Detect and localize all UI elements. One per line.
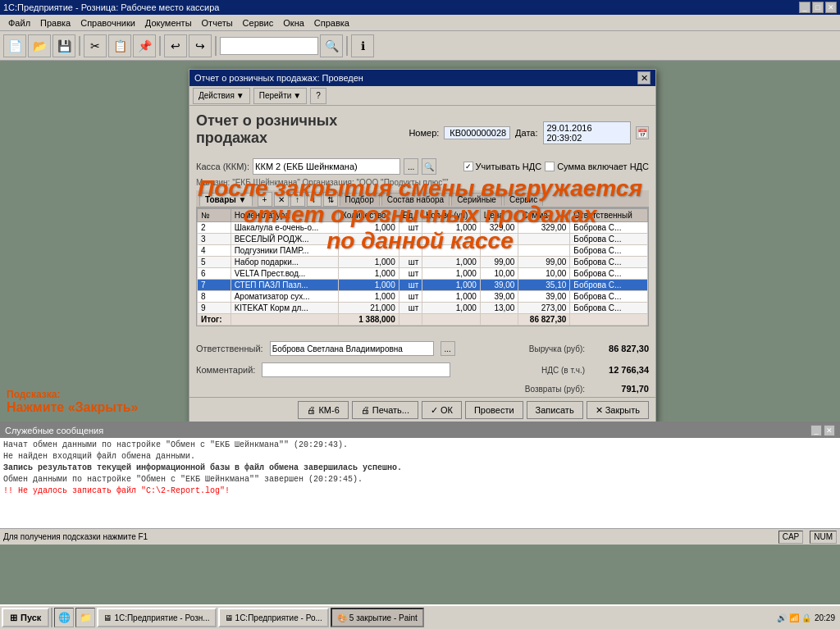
provesti-label: Провести — [474, 405, 514, 415]
help-button[interactable]: ? — [310, 88, 326, 104]
menu-bar: Файл Правка Справочники Документы Отчеты… — [0, 15, 840, 31]
products-table: № Номенклатура Количество Ед. Кол-во (уп… — [197, 208, 648, 326]
print-button[interactable]: 🖨 Печать... — [352, 401, 418, 419]
undo-button[interactable]: ↩ — [164, 34, 187, 57]
table-row[interactable]: 2Шакалула е-очень-о...1,000шт1,000329,00… — [198, 222, 648, 234]
zapisat-label: Записать — [536, 405, 574, 415]
number-value: КВ000000028 — [444, 126, 510, 139]
separator-4 — [346, 36, 348, 56]
actions-chevron: ▼ — [236, 91, 244, 100]
taskbar-icon-explorer[interactable]: 📁 — [75, 608, 95, 627]
move-up-button[interactable]: ↑ — [290, 192, 305, 207]
table-cell: шт — [399, 257, 422, 268]
table-cell: 99,00 — [518, 257, 570, 268]
date-picker-button[interactable]: 📅 — [636, 126, 649, 139]
sort-button[interactable]: ⇅ — [323, 192, 338, 207]
table-row[interactable]: 3ВЕСЕЛЫЙ РОДЖ...Боброва С... — [198, 234, 648, 245]
table-cell: шт — [399, 268, 422, 280]
search-button[interactable]: 🔍 — [320, 34, 343, 57]
col-num: № — [198, 209, 231, 222]
table-row[interactable]: 6VELTA Прест.вод...1,000шт1,00010,0010,0… — [198, 268, 648, 280]
table-row[interactable]: 8Ароматизатор сух...1,000шт1,00039,0039,… — [198, 291, 648, 303]
date-value[interactable]: 29.01.2016 20:39:02 — [543, 121, 632, 144]
service-content[interactable]: Начат обмен данными по настройке "Обмен … — [0, 438, 840, 528]
service-messages: Служебные сообщения _ ✕ Начат обмен данн… — [0, 422, 840, 528]
menu-refs[interactable]: Справочники — [75, 17, 140, 29]
taskbar-item-2[interactable]: 🖥 1С:Предприятие - Ро... — [218, 608, 329, 627]
menu-file[interactable]: Файл — [3, 17, 35, 29]
otv-browse-button[interactable]: ... — [441, 341, 455, 356]
minimize-button[interactable]: _ — [799, 2, 810, 13]
table-total-row: Итог:1 388,00086 827,30 — [198, 314, 648, 326]
redo-button[interactable]: ↪ — [189, 34, 212, 57]
info-button[interactable]: ℹ — [351, 34, 374, 57]
ok-button[interactable]: ✓ ОК — [422, 401, 462, 419]
service-close[interactable]: ✕ — [824, 425, 835, 436]
tab-podbor[interactable]: Подбор — [340, 193, 380, 206]
menu-edit[interactable]: Правка — [35, 17, 75, 29]
tab-servis[interactable]: Сервис — [504, 193, 543, 206]
service-minimize[interactable]: _ — [810, 425, 822, 436]
tab-seriynye[interactable]: Серийные — [451, 193, 502, 206]
table-row[interactable]: 4Подгузники ПАМР...Боброва С... — [198, 245, 648, 257]
table-row[interactable]: 5Набор подарки...1,000шт1,00099,0099,00Б… — [198, 257, 648, 268]
menu-help[interactable]: Справка — [309, 17, 354, 29]
zakryt-button[interactable]: ✕ Закрыть — [587, 401, 649, 419]
tab-tovary[interactable]: Товары ▼ — [199, 193, 253, 206]
menu-docs[interactable]: Документы — [140, 17, 197, 29]
paste-button[interactable]: 📌 — [133, 34, 156, 57]
nds-sum-checkbox[interactable] — [545, 162, 555, 171]
taskbar-icon-ie[interactable]: 🌐 — [54, 608, 74, 627]
save-button[interactable]: 💾 — [52, 34, 75, 57]
start-button[interactable]: ⊞ Пуск — [2, 608, 49, 627]
table-cell: 39,00 — [518, 291, 570, 303]
dialog-close-button[interactable]: ✕ — [637, 71, 651, 84]
number-label: Номер: — [409, 128, 439, 138]
kassa-search-button[interactable]: 🔍 — [422, 158, 436, 175]
close-app-button[interactable]: ✕ — [825, 2, 837, 13]
zapisat-button[interactable]: Записать — [527, 401, 583, 419]
menu-reports[interactable]: Отчеты — [197, 17, 238, 29]
table-cell: Боброва С... — [570, 280, 648, 291]
km6-button[interactable]: 🖨 КМ-6 — [298, 401, 348, 419]
table-scroll[interactable]: № Номенклатура Количество Ед. Кол-во (уп… — [197, 208, 648, 326]
separator-2 — [159, 36, 161, 56]
taskbar-item-1[interactable]: 🖥 1С:Предприятие - Розн... — [97, 608, 216, 627]
table-row[interactable]: 7СТЕП ПАЗЛ Пазл...1,000шт1,00039,0035,10… — [198, 280, 648, 291]
table-cell — [518, 234, 570, 245]
print-label: Печать... — [372, 405, 409, 415]
kassa-input[interactable] — [253, 158, 400, 175]
remove-row-button[interactable]: ✕ — [274, 192, 289, 207]
tab-sostav[interactable]: Состав набора — [381, 193, 450, 206]
toolbar-combo[interactable] — [220, 37, 318, 55]
table-cell: шт — [399, 222, 422, 234]
comment-input[interactable] — [262, 362, 450, 377]
provesti-button[interactable]: Провести — [465, 401, 523, 419]
table-cell: 35,10 — [518, 280, 570, 291]
add-row-button[interactable]: + — [258, 192, 272, 207]
kassa-browse-button[interactable]: ... — [404, 158, 418, 175]
move-down-button[interactable]: ↓ — [307, 192, 322, 207]
table-cell: 273,00 — [518, 303, 570, 314]
copy-button[interactable]: 📋 — [108, 34, 131, 57]
cut-button[interactable]: ✂ — [84, 34, 107, 57]
taskbar-item-3[interactable]: 🎨 5 закрытие - Paint — [331, 608, 424, 627]
maximize-button[interactable]: □ — [812, 2, 824, 13]
menu-windows[interactable]: Окна — [278, 17, 309, 29]
otv-input[interactable] — [270, 341, 434, 356]
table-row[interactable]: 9KITЕKAT Корм дл...21,000шт1,00013,00273… — [198, 303, 648, 314]
table-cell: Ароматизатор сух... — [231, 291, 338, 303]
goto-button[interactable]: Перейти ▼ — [253, 88, 308, 104]
new-button[interactable]: 📄 — [3, 34, 26, 57]
nds-checkbox[interactable]: ✓ — [463, 162, 473, 171]
ok-icon: ✓ — [431, 405, 438, 416]
nds-sum-label: НДС (в т.ч.) — [541, 366, 585, 375]
actions-button[interactable]: Действия ▼ — [193, 88, 250, 104]
table-cell: 1,000 — [422, 222, 481, 234]
menu-service[interactable]: Сервис — [238, 17, 279, 29]
open-button[interactable]: 📂 — [28, 34, 51, 57]
table-cell: ВЕСЕЛЫЙ РОДЖ... — [231, 234, 338, 245]
table-cell: 1,000 — [422, 257, 481, 268]
taskbar-label-2: 1С:Предприятие - Ро... — [235, 613, 322, 622]
table-cell: 39,00 — [480, 280, 518, 291]
